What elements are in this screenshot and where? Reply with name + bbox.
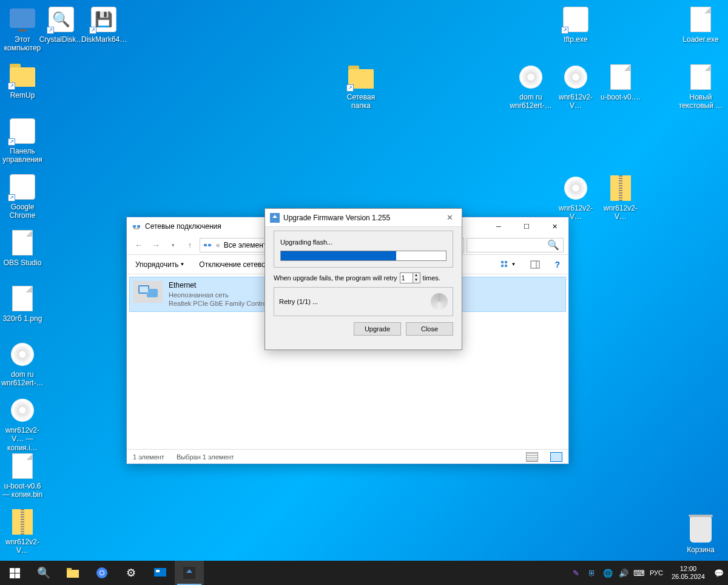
svg-rect-11 — [147, 289, 158, 297]
icon-label: RemUp — [0, 91, 45, 100]
view-options-button[interactable]: ▼ — [497, 258, 520, 271]
desktop-icon[interactable]: dom ru wnr612ert-… — [508, 63, 553, 110]
desktop-icon[interactable]: Loader.exe — [678, 5, 723, 44]
desktop-icon[interactable]: ⚙↗Панель управления — [0, 117, 45, 164]
desktop-icon[interactable]: Корзина — [678, 515, 723, 554]
retry-input[interactable] — [400, 273, 413, 283]
desktop-icon[interactable]: Новый текстовый … — [678, 63, 723, 110]
svg-rect-2 — [204, 244, 207, 246]
retry-row: When upgrade fails, the program will ret… — [274, 272, 453, 283]
item-name: Ethernet — [169, 281, 269, 291]
svg-rect-1 — [137, 225, 140, 228]
icon-label: wnr612v2-V… — [553, 93, 598, 110]
window-title: Сетевые подключения — [145, 222, 221, 231]
notifications-button[interactable]: 💬 — [713, 567, 724, 578]
selected-count: Выбран 1 элемент — [177, 453, 234, 461]
progress-bar — [280, 251, 447, 261]
desktop-icon[interactable]: dom ru wnr612ert-… — [0, 340, 45, 388]
icon-label: OBS Studio — [0, 259, 45, 267]
icon-label: CrystalDisk… — [39, 35, 84, 44]
icon-label: dom ru wnr612ert-… — [508, 93, 553, 110]
svg-rect-18 — [67, 570, 79, 578]
desktop-icon[interactable]: wnr612v2-V… — [553, 174, 598, 221]
desktop-icon[interactable]: Этот компьютер — [0, 5, 45, 53]
network-icon[interactable]: 🌐 — [602, 567, 613, 578]
search-input[interactable]: 🔍 — [467, 238, 564, 252]
network-icon — [132, 221, 141, 231]
preview-pane-button[interactable] — [527, 258, 544, 271]
svg-rect-3 — [208, 244, 211, 246]
desktop-icon[interactable]: wnr612v2-V… — [598, 174, 643, 221]
search-icon: 🔍 — [547, 239, 559, 251]
firmware-app-button[interactable] — [175, 561, 204, 585]
disable-device-button[interactable]: Отключение сетево — [195, 258, 269, 271]
maximize-button[interactable]: ☐ — [513, 217, 541, 235]
icon-label: wnr612v2-V… — [0, 538, 45, 555]
dialog-title: Upgrade Firmware Version 1.255 — [283, 214, 390, 222]
upgrade-firmware-dialog[interactable]: Upgrade Firmware Version 1.255 ✕ Upgradi… — [265, 208, 462, 350]
desktop-icon[interactable]: u-boot-v0.6 — копия.bin — [0, 451, 45, 499]
icon-label: dom ru wnr612ert-… — [0, 370, 45, 388]
close-dialog-button[interactable]: Close — [406, 322, 453, 336]
desktop-icon[interactable]: 💾↗DiskMark64… — [81, 5, 126, 44]
icon-label: Панель управления — [0, 147, 45, 164]
item-count: 1 элемент — [133, 453, 164, 461]
network-icon — [203, 240, 212, 250]
svg-rect-8 — [531, 261, 539, 268]
ethernet-icon — [133, 281, 163, 303]
svg-rect-15 — [15, 568, 20, 573]
file-explorer-button[interactable] — [58, 561, 87, 585]
settings-button[interactable]: ⚙ — [116, 561, 146, 585]
minimize-button[interactable]: ─ — [485, 217, 513, 235]
icon-label: Сетевая папка — [339, 93, 383, 110]
icon-label: Google Chrome — [0, 203, 45, 220]
remote-button[interactable] — [146, 561, 175, 585]
close-button[interactable]: ✕ — [437, 209, 462, 227]
desktop-icon[interactable]: wnr612v2-V… — копия.i… — [0, 396, 45, 452]
svg-rect-0 — [133, 225, 136, 228]
start-button[interactable] — [0, 561, 29, 585]
language-indicator[interactable]: РУС — [650, 569, 663, 577]
icon-label: u-boot-v0.6 — копия.bin — [0, 482, 45, 499]
system-tray[interactable]: ✎ ⛨ 🌐 🔊 ⌨ РУС 12:00 26.05.2024 💬 — [567, 561, 728, 585]
search-button[interactable]: 🔍 — [29, 561, 58, 585]
recent-button[interactable]: ▾ — [166, 238, 180, 252]
svg-rect-19 — [67, 568, 72, 570]
status-bar: 1 элемент Выбран 1 элемент — [127, 449, 568, 464]
icon-label: DiskMark64… — [81, 35, 126, 44]
desktop-icon[interactable]: ◉↗Google Chrome — [0, 172, 45, 220]
desktop-icon[interactable]: ✎↗tftp.exe — [553, 5, 598, 44]
svg-rect-7 — [505, 265, 507, 267]
svg-rect-14 — [10, 568, 15, 573]
desktop-icon[interactable]: u-boot-v0.… — [598, 63, 643, 101]
desktop-icon[interactable]: 🔍↗CrystalDisk… — [39, 5, 84, 44]
taskbar[interactable]: 🔍 ⚙ ✎ ⛨ 🌐 🔊 ⌨ РУС 12:00 26.05.2024 💬 — [0, 561, 728, 585]
close-button[interactable]: ✕ — [541, 217, 568, 235]
pen-icon[interactable]: ✎ — [571, 567, 582, 578]
spinner-icon — [431, 293, 448, 310]
titlebar[interactable]: Upgrade Firmware Version 1.255 ✕ — [265, 209, 462, 227]
help-button[interactable]: ? — [551, 257, 564, 272]
details-view-button[interactable] — [526, 452, 538, 462]
desktop-icon[interactable]: ↗RemUp — [0, 61, 45, 100]
icons-view-button[interactable] — [550, 452, 562, 462]
svg-rect-17 — [15, 573, 20, 578]
clock[interactable]: 12:00 26.05.2024 — [668, 565, 709, 581]
desktop-icon[interactable]: wnr612v2-V… — [553, 63, 598, 110]
input-icon[interactable]: ⌨ — [634, 567, 645, 578]
up-button[interactable]: ↑ — [183, 238, 197, 252]
forward-button[interactable]: → — [149, 238, 163, 252]
desktop-icon[interactable]: 320гб 1.png — [0, 284, 45, 323]
back-button[interactable]: ← — [132, 238, 146, 252]
upgrade-button[interactable]: Upgrade — [354, 322, 401, 336]
svg-rect-16 — [10, 573, 15, 578]
chrome-button[interactable] — [87, 561, 116, 585]
svg-rect-5 — [505, 261, 507, 263]
desktop-icon[interactable]: wnr612v2-V… — [0, 507, 45, 555]
security-icon[interactable]: ⛨ — [587, 567, 598, 578]
organize-button[interactable]: Упорядочить ▼ — [132, 258, 188, 271]
desktop-icon[interactable]: ↗Сетевая папка — [339, 63, 383, 110]
volume-icon[interactable]: 🔊 — [618, 567, 629, 578]
desktop-icon[interactable]: OBS Studio — [0, 228, 45, 267]
retry-count-spinner[interactable]: ▲▼ — [400, 272, 420, 283]
